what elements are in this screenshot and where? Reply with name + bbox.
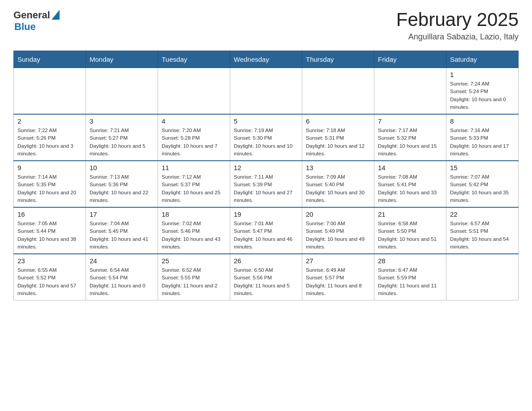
col-saturday: Saturday [446, 51, 519, 68]
calendar-day-cell: 5Sunrise: 7:19 AMSunset: 5:30 PMDaylight… [230, 114, 302, 161]
day-info: Sunrise: 7:18 AMSunset: 5:31 PMDaylight:… [306, 127, 370, 158]
day-number: 9 [17, 164, 82, 171]
calendar-day-cell: 4Sunrise: 7:20 AMSunset: 5:28 PMDaylight… [158, 114, 230, 161]
day-info: Sunrise: 6:57 AMSunset: 5:51 PMDaylight:… [450, 220, 515, 251]
col-friday: Friday [374, 51, 446, 68]
day-info: Sunrise: 7:02 AMSunset: 5:46 PMDaylight:… [162, 220, 226, 251]
calendar-week-row: 16Sunrise: 7:05 AMSunset: 5:44 PMDayligh… [14, 207, 519, 254]
day-info: Sunrise: 7:08 AMSunset: 5:41 PMDaylight:… [378, 173, 442, 204]
calendar-day-cell [302, 68, 374, 115]
day-info: Sunrise: 7:16 AMSunset: 5:33 PMDaylight:… [450, 127, 515, 158]
location-subtitle: Anguillara Sabazia, Lazio, Italy [396, 32, 519, 42]
day-number: 23 [17, 257, 82, 265]
day-number: 12 [234, 164, 298, 171]
day-info: Sunrise: 7:00 AMSunset: 5:49 PMDaylight:… [306, 220, 370, 251]
day-info: Sunrise: 7:21 AMSunset: 5:27 PMDaylight:… [90, 127, 154, 158]
day-number: 19 [234, 210, 298, 218]
day-info: Sunrise: 7:14 AMSunset: 5:35 PMDaylight:… [17, 173, 82, 204]
col-wednesday: Wednesday [230, 51, 302, 68]
day-number: 10 [90, 164, 154, 171]
calendar-table: Sunday Monday Tuesday Wednesday Thursday… [13, 51, 519, 300]
day-info: Sunrise: 6:47 AMSunset: 5:59 PMDaylight:… [378, 266, 442, 297]
calendar-day-cell: 21Sunrise: 6:58 AMSunset: 5:50 PMDayligh… [374, 207, 446, 254]
calendar-day-cell [446, 254, 519, 300]
calendar-day-cell: 25Sunrise: 6:52 AMSunset: 5:55 PMDayligh… [158, 254, 230, 300]
day-number: 18 [162, 210, 226, 218]
day-info: Sunrise: 7:24 AMSunset: 5:24 PMDaylight:… [450, 80, 515, 111]
calendar-day-cell: 2Sunrise: 7:22 AMSunset: 5:26 PMDaylight… [14, 114, 86, 161]
day-number: 20 [306, 210, 370, 218]
day-info: Sunrise: 7:07 AMSunset: 5:42 PMDaylight:… [450, 173, 515, 204]
day-number: 2 [17, 117, 82, 125]
calendar-day-cell: 22Sunrise: 6:57 AMSunset: 5:51 PMDayligh… [446, 207, 519, 254]
day-number: 7 [378, 117, 442, 125]
day-info: Sunrise: 6:55 AMSunset: 5:52 PMDaylight:… [17, 266, 82, 297]
day-number: 25 [162, 257, 226, 265]
day-info: Sunrise: 7:22 AMSunset: 5:26 PMDaylight:… [17, 127, 82, 158]
calendar-header-row: Sunday Monday Tuesday Wednesday Thursday… [14, 51, 519, 68]
day-number: 4 [162, 117, 226, 125]
calendar-day-cell: 17Sunrise: 7:04 AMSunset: 5:45 PMDayligh… [86, 207, 158, 254]
day-number: 1 [450, 71, 515, 78]
calendar-week-row: 23Sunrise: 6:55 AMSunset: 5:52 PMDayligh… [14, 254, 519, 300]
col-tuesday: Tuesday [158, 51, 230, 68]
svg-marker-0 [51, 10, 60, 20]
day-number: 15 [450, 164, 515, 171]
day-info: Sunrise: 6:50 AMSunset: 5:56 PMDaylight:… [234, 266, 298, 297]
calendar-day-cell: 26Sunrise: 6:50 AMSunset: 5:56 PMDayligh… [230, 254, 302, 300]
day-info: Sunrise: 6:54 AMSunset: 5:54 PMDaylight:… [90, 266, 154, 297]
day-info: Sunrise: 7:11 AMSunset: 5:39 PMDaylight:… [234, 173, 298, 204]
day-info: Sunrise: 7:19 AMSunset: 5:30 PMDaylight:… [234, 127, 298, 158]
title-block: February 2025 Anguillara Sabazia, Lazio,… [396, 9, 519, 42]
calendar-week-row: 1Sunrise: 7:24 AMSunset: 5:24 PMDaylight… [14, 68, 519, 115]
calendar-day-cell [86, 68, 158, 115]
calendar-day-cell: 3Sunrise: 7:21 AMSunset: 5:27 PMDaylight… [86, 114, 158, 161]
day-number: 6 [306, 117, 370, 125]
calendar-day-cell: 8Sunrise: 7:16 AMSunset: 5:33 PMDaylight… [446, 114, 519, 161]
calendar-day-cell: 7Sunrise: 7:17 AMSunset: 5:32 PMDaylight… [374, 114, 446, 161]
page-header: General Blue February 2025 Anguillara Sa… [13, 9, 519, 42]
day-info: Sunrise: 7:20 AMSunset: 5:28 PMDaylight:… [162, 127, 226, 158]
calendar-day-cell: 27Sunrise: 6:49 AMSunset: 5:57 PMDayligh… [302, 254, 374, 300]
day-info: Sunrise: 6:52 AMSunset: 5:55 PMDaylight:… [162, 266, 226, 297]
calendar-day-cell: 16Sunrise: 7:05 AMSunset: 5:44 PMDayligh… [14, 207, 86, 254]
logo: General Blue [13, 9, 60, 32]
day-info: Sunrise: 7:17 AMSunset: 5:32 PMDaylight:… [378, 127, 442, 158]
day-number: 16 [17, 210, 82, 218]
calendar-day-cell: 19Sunrise: 7:01 AMSunset: 5:47 PMDayligh… [230, 207, 302, 254]
day-info: Sunrise: 6:49 AMSunset: 5:57 PMDaylight:… [306, 266, 370, 297]
day-number: 17 [90, 210, 154, 218]
day-info: Sunrise: 7:13 AMSunset: 5:36 PMDaylight:… [90, 173, 154, 204]
calendar-day-cell: 20Sunrise: 7:00 AMSunset: 5:49 PMDayligh… [302, 207, 374, 254]
calendar-day-cell: 1Sunrise: 7:24 AMSunset: 5:24 PMDaylight… [446, 68, 519, 115]
day-number: 27 [306, 257, 370, 265]
day-number: 5 [234, 117, 298, 125]
calendar-week-row: 2Sunrise: 7:22 AMSunset: 5:26 PMDaylight… [14, 114, 519, 161]
calendar-day-cell [14, 68, 86, 115]
calendar-day-cell: 12Sunrise: 7:11 AMSunset: 5:39 PMDayligh… [230, 161, 302, 207]
day-number: 3 [90, 117, 154, 125]
day-number: 21 [378, 210, 442, 218]
col-sunday: Sunday [14, 51, 86, 68]
day-info: Sunrise: 7:12 AMSunset: 5:37 PMDaylight:… [162, 173, 226, 204]
calendar-day-cell: 15Sunrise: 7:07 AMSunset: 5:42 PMDayligh… [446, 161, 519, 207]
col-thursday: Thursday [302, 51, 374, 68]
day-number: 14 [378, 164, 442, 171]
day-number: 28 [378, 257, 442, 265]
calendar-week-row: 9Sunrise: 7:14 AMSunset: 5:35 PMDaylight… [14, 161, 519, 207]
day-number: 8 [450, 117, 515, 125]
calendar-day-cell: 11Sunrise: 7:12 AMSunset: 5:37 PMDayligh… [158, 161, 230, 207]
day-number: 26 [234, 257, 298, 265]
logo-triangle-icon [51, 10, 60, 20]
calendar-day-cell: 23Sunrise: 6:55 AMSunset: 5:52 PMDayligh… [14, 254, 86, 300]
calendar-day-cell: 9Sunrise: 7:14 AMSunset: 5:35 PMDaylight… [14, 161, 86, 207]
day-info: Sunrise: 6:58 AMSunset: 5:50 PMDaylight:… [378, 220, 442, 251]
logo-blue: Blue [14, 21, 60, 32]
calendar-day-cell: 10Sunrise: 7:13 AMSunset: 5:36 PMDayligh… [86, 161, 158, 207]
day-number: 11 [162, 164, 226, 171]
calendar-day-cell [158, 68, 230, 115]
month-title: February 2025 [396, 9, 519, 30]
calendar-day-cell: 24Sunrise: 6:54 AMSunset: 5:54 PMDayligh… [86, 254, 158, 300]
logo-general: General [13, 10, 50, 21]
calendar-day-cell: 13Sunrise: 7:09 AMSunset: 5:40 PMDayligh… [302, 161, 374, 207]
